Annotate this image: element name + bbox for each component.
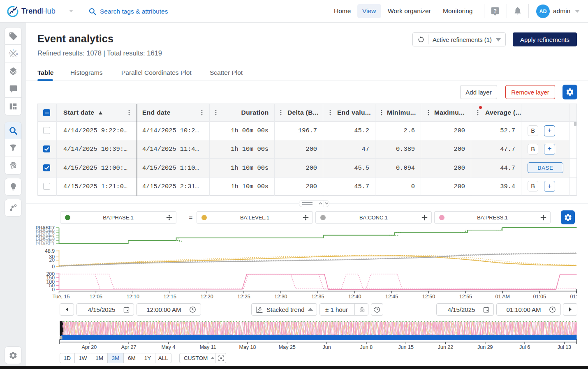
svg-text:+: + — [12, 48, 14, 52]
svg-text:12:35: 12:35 — [311, 294, 324, 300]
svg-text:0: 0 — [52, 264, 55, 270]
svg-text:?: ? — [493, 8, 497, 14]
svg-text:12:30: 12:30 — [274, 294, 287, 300]
svg-text:PHASE1: PHASE1 — [35, 241, 55, 247]
svg-text:May 25: May 25 — [279, 344, 296, 350]
svg-text:12:40: 12:40 — [348, 294, 361, 300]
svg-text:Apr 20: Apr 20 — [81, 344, 97, 350]
svg-text:12:20: 12:20 — [200, 294, 213, 300]
svg-text:12:50: 12:50 — [422, 294, 435, 300]
svg-text:May 4: May 4 — [161, 344, 175, 350]
svg-text:Tue, 15: Tue, 15 — [53, 294, 70, 300]
svg-text:12:55: 12:55 — [459, 294, 472, 300]
svg-text:0: 0 — [52, 287, 55, 293]
svg-text:Jun 15: Jun 15 — [398, 344, 414, 350]
svg-text:Jun 29: Jun 29 — [477, 344, 493, 350]
svg-text:20: 20 — [49, 257, 55, 263]
svg-text:12:05: 12:05 — [90, 294, 102, 300]
svg-text:May 18: May 18 — [239, 344, 256, 350]
svg-text:48.9: 48.9 — [45, 248, 55, 254]
svg-text:Jul 6: Jul 6 — [519, 344, 530, 350]
svg-text:01 AM: 01 AM — [495, 294, 510, 300]
svg-text:Apr 27: Apr 27 — [121, 344, 137, 350]
svg-text:Jun 22: Jun 22 — [438, 344, 454, 350]
svg-text:÷: ÷ — [9, 51, 11, 55]
svg-text:May 11: May 11 — [200, 344, 216, 350]
svg-text:12:10: 12:10 — [127, 294, 139, 300]
svg-text:01:10: 01:10 — [570, 294, 577, 300]
svg-text:Jun: Jun — [323, 344, 331, 350]
svg-text:12:45: 12:45 — [385, 294, 398, 300]
svg-text:12:15: 12:15 — [164, 294, 176, 300]
svg-text:Jun 8: Jun 8 — [360, 344, 373, 350]
svg-text:01:05: 01:05 — [533, 294, 546, 300]
svg-text:×: × — [16, 52, 18, 56]
svg-text:12:25: 12:25 — [237, 294, 250, 300]
svg-text:−: − — [12, 55, 14, 59]
svg-text:Jul 13: Jul 13 — [558, 344, 571, 350]
